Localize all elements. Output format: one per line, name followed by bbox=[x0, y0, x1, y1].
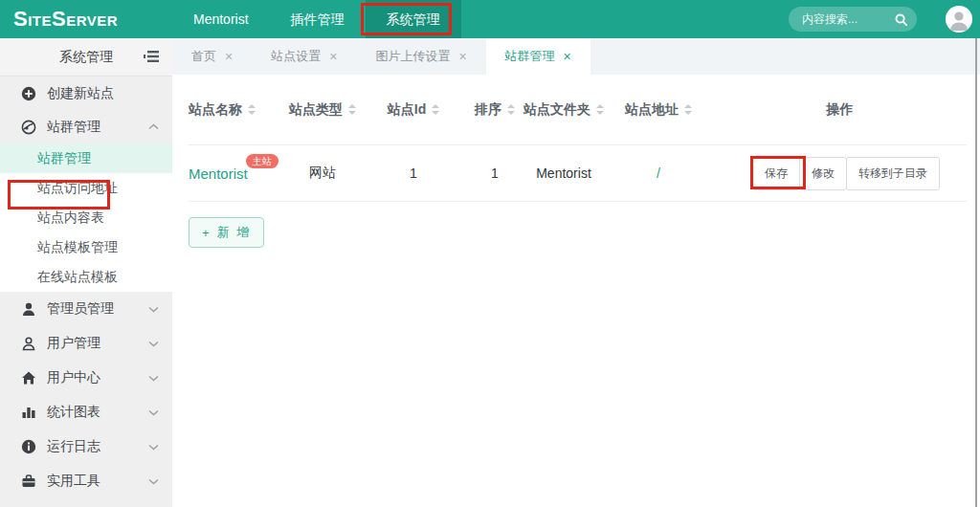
sort-icon[interactable] bbox=[596, 104, 604, 115]
column-header-actions: 操作 bbox=[713, 101, 967, 119]
sidebar-item-statistics[interactable]: 统计图表 bbox=[0, 395, 172, 430]
sidebar-item-label: 管理员管理 bbox=[47, 300, 114, 318]
main-site-badge: 主站 bbox=[246, 154, 278, 168]
sidebar-item-admin-management[interactable]: 管理员管理 bbox=[0, 292, 172, 326]
chevron-up-icon bbox=[148, 123, 159, 130]
sidebar-item-create-site[interactable]: 创建新站点 bbox=[0, 77, 172, 110]
window-edge-divider bbox=[975, 38, 977, 507]
column-header-site-name[interactable]: 站点名称 bbox=[189, 101, 284, 119]
topbar: SiteServer Mentorist 插件管理 系统管理 bbox=[0, 0, 980, 38]
topnav-site-mentorist[interactable]: Mentorist bbox=[172, 0, 270, 38]
table-row: Mentorist 主站 网站 1 1 Mentorist / 保存 修改 转移… bbox=[189, 145, 967, 202]
site-address-link[interactable]: / bbox=[657, 165, 660, 181]
chart-icon bbox=[21, 405, 36, 420]
table-header-row: 站点名称 站点类型 站点Id 排序 站点文件夹 站点地址 操作 bbox=[189, 75, 967, 145]
sidebar-item-label: 实用工具 bbox=[47, 473, 100, 490]
column-header-site-id[interactable]: 站点Id bbox=[361, 101, 466, 119]
plus-circle-icon bbox=[21, 86, 36, 101]
submenu-item-site-group-management[interactable]: 站群管理 bbox=[0, 143, 172, 173]
column-header-site-address[interactable]: 站点地址 bbox=[604, 101, 713, 119]
main-content: 站点名称 站点类型 站点Id 排序 站点文件夹 站点地址 操作 bbox=[172, 75, 980, 507]
topnav-system-management[interactable]: 系统管理 bbox=[366, 0, 461, 38]
home-icon bbox=[21, 370, 36, 386]
move-to-subdirectory-button[interactable]: 转移到子目录 bbox=[846, 157, 940, 190]
save-button[interactable]: 保存 bbox=[752, 157, 800, 190]
chevron-down-icon bbox=[148, 375, 159, 382]
tab-bar: 首页 × 站点设置 × 图片上传设置 × 站群管理 × bbox=[172, 38, 980, 75]
tab-image-upload-settings[interactable]: 图片上传设置 × bbox=[356, 38, 485, 75]
cell-actions: 保存 修改 转移到子目录 bbox=[713, 157, 967, 190]
search-input[interactable] bbox=[789, 12, 895, 26]
chevron-down-icon bbox=[148, 478, 159, 485]
add-site-button[interactable]: + 新 增 bbox=[189, 217, 264, 248]
sort-icon[interactable] bbox=[248, 104, 256, 115]
sidebar-item-user-management[interactable]: 用户管理 bbox=[0, 326, 172, 361]
sidebar-item-label: 统计图表 bbox=[47, 404, 100, 421]
column-header-site-folder[interactable]: 站点文件夹 bbox=[523, 101, 604, 119]
tab-home[interactable]: 首页 × bbox=[172, 38, 252, 75]
briefcase-icon bbox=[21, 474, 36, 489]
cell-site-address: / bbox=[604, 165, 713, 181]
cell-site-id: 1 bbox=[361, 165, 466, 181]
column-header-site-type[interactable]: 站点类型 bbox=[284, 101, 361, 119]
top-navigation: Mentorist 插件管理 系统管理 bbox=[172, 0, 461, 38]
sidebar-item-run-logs[interactable]: 运行日志 bbox=[0, 430, 172, 464]
user-avatar[interactable] bbox=[946, 6, 972, 33]
cell-order: 1 bbox=[466, 165, 523, 181]
person-icon bbox=[946, 6, 972, 33]
column-header-order[interactable]: 排序 bbox=[466, 101, 523, 119]
cell-site-type: 网站 bbox=[284, 165, 361, 182]
sort-icon[interactable] bbox=[432, 104, 439, 115]
admin-icon bbox=[21, 301, 36, 317]
submenu-item-site-access-url[interactable]: 站点访问地址 bbox=[0, 173, 172, 203]
site-name-link[interactable]: Mentorist 主站 bbox=[189, 165, 248, 182]
cell-site-name: Mentorist 主站 bbox=[189, 165, 284, 182]
content-search-box[interactable] bbox=[789, 7, 917, 32]
sidebar-item-site-group[interactable]: 站群管理 bbox=[0, 110, 172, 143]
close-icon[interactable]: × bbox=[458, 50, 466, 63]
sidebar-item-utilities[interactable]: 实用工具 bbox=[0, 464, 172, 498]
user-icon bbox=[21, 336, 36, 351]
sidebar-item-label: 用户管理 bbox=[47, 335, 100, 352]
submenu-item-site-content-table[interactable]: 站点内容表 bbox=[0, 203, 172, 232]
chevron-down-icon bbox=[148, 444, 159, 451]
globe-icon bbox=[21, 120, 36, 135]
chevron-down-icon bbox=[148, 341, 159, 347]
siteserver-logo[interactable]: SiteServer bbox=[13, 0, 172, 38]
sidebar-title: 系统管理 bbox=[59, 49, 113, 66]
sidebar: 系统管理 创建新站点 站群管理 站群管理 站点访问地址 站点内容表 站点模板管理… bbox=[0, 38, 172, 507]
info-icon bbox=[21, 439, 36, 454]
edit-button[interactable]: 修改 bbox=[799, 157, 847, 190]
search-icon[interactable] bbox=[895, 13, 907, 26]
sidebar-header: 系统管理 bbox=[0, 38, 172, 77]
topnav-plugin-management[interactable]: 插件管理 bbox=[270, 0, 366, 38]
tab-site-group-management[interactable]: 站群管理 × bbox=[486, 38, 590, 75]
close-icon[interactable]: × bbox=[225, 50, 233, 63]
site-group-submenu: 站群管理 站点访问地址 站点内容表 站点模板管理 在线站点模板 bbox=[0, 143, 172, 292]
collapse-menu-icon[interactable] bbox=[144, 50, 159, 63]
close-icon[interactable]: × bbox=[329, 50, 337, 63]
sidebar-item-label: 创建新站点 bbox=[47, 85, 114, 102]
sort-icon[interactable] bbox=[684, 104, 692, 115]
sidebar-item-label: 站群管理 bbox=[47, 119, 100, 136]
sort-icon[interactable] bbox=[348, 104, 356, 115]
close-icon[interactable]: × bbox=[564, 50, 571, 63]
plus-icon: + bbox=[202, 226, 212, 240]
submenu-item-site-template-management[interactable]: 站点模板管理 bbox=[0, 232, 172, 262]
chevron-down-icon bbox=[148, 409, 159, 416]
tab-site-settings[interactable]: 站点设置 × bbox=[252, 38, 356, 75]
sidebar-item-user-center[interactable]: 用户中心 bbox=[0, 361, 172, 395]
sidebar-item-label: 运行日志 bbox=[47, 438, 100, 455]
sidebar-item-label: 用户中心 bbox=[47, 369, 100, 386]
submenu-item-online-site-templates[interactable]: 在线站点模板 bbox=[0, 262, 172, 292]
cell-site-folder: Mentorist bbox=[523, 165, 604, 181]
sort-icon[interactable] bbox=[507, 104, 515, 115]
chevron-down-icon bbox=[148, 306, 159, 313]
